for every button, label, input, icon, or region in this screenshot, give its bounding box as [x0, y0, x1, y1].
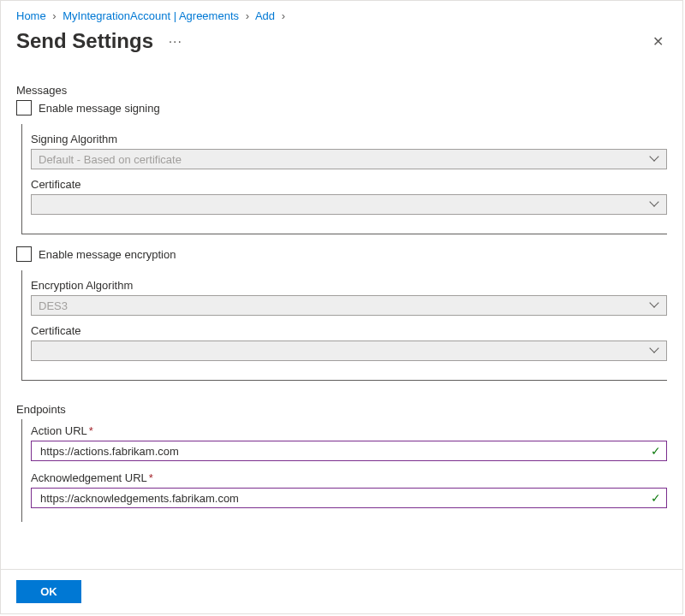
- chevron-down-icon: [651, 200, 659, 209]
- title-row: Send Settings ··· ✕: [1, 22, 682, 62]
- required-icon: *: [89, 424, 93, 437]
- endpoints-section-label: Endpoints: [16, 403, 667, 416]
- ack-url-label-text: Acknowledgement URL: [31, 471, 147, 484]
- close-icon[interactable]: ✕: [649, 30, 667, 53]
- checkmark-icon: ✓: [651, 444, 661, 458]
- breadcrumb-add[interactable]: Add: [255, 9, 275, 22]
- chevron-right-icon: ›: [52, 9, 56, 22]
- signing-algo-select[interactable]: Default - Based on certificate: [31, 149, 667, 169]
- chevron-down-icon: [651, 155, 659, 163]
- signing-algo-label: Signing Algorithm: [31, 133, 667, 145]
- checkmark-icon: ✓: [651, 491, 661, 505]
- content: Messages Enable message signing Signing …: [1, 62, 682, 569]
- more-icon[interactable]: ···: [169, 34, 182, 49]
- encryption-certificate-select[interactable]: [31, 341, 667, 361]
- footer: OK: [1, 569, 682, 613]
- chevron-down-icon: [651, 301, 659, 310]
- endpoints-group: Action URL* ✓ Acknowledgement URL* ✓: [21, 419, 667, 522]
- ack-url-field-wrap: ✓: [31, 488, 667, 508]
- action-url-label: Action URL*: [31, 424, 667, 437]
- ok-button[interactable]: OK: [16, 580, 81, 603]
- signing-certificate-label: Certificate: [31, 178, 667, 191]
- enable-signing-row: Enable message signing: [16, 100, 667, 116]
- enable-encryption-row: Enable message encryption: [16, 246, 667, 262]
- enable-signing-checkbox[interactable]: [16, 100, 32, 116]
- breadcrumb-home[interactable]: Home: [16, 9, 46, 22]
- messages-section-label: Messages: [16, 84, 667, 97]
- encryption-algo-select[interactable]: DES3: [31, 295, 667, 316]
- encryption-group: Encryption Algorithm DES3 Certificate: [21, 270, 667, 381]
- action-url-label-text: Action URL: [31, 424, 87, 437]
- encryption-algo-label: Encryption Algorithm: [31, 279, 667, 292]
- signing-certificate-select[interactable]: [31, 194, 667, 215]
- ack-url-input[interactable]: [39, 491, 644, 506]
- required-icon: *: [149, 471, 153, 484]
- page-title: Send Settings: [16, 29, 153, 52]
- ack-url-label: Acknowledgement URL*: [31, 471, 667, 484]
- enable-encryption-label: Enable message encryption: [39, 248, 176, 261]
- signing-algo-value: Default - Based on certificate: [39, 153, 182, 166]
- encryption-algo-value: DES3: [39, 299, 68, 312]
- chevron-down-icon: [651, 346, 659, 355]
- breadcrumb-account[interactable]: MyIntegrationAccount | Agreements: [63, 9, 239, 22]
- breadcrumb: Home › MyIntegrationAccount | Agreements…: [1, 1, 682, 22]
- enable-signing-label: Enable message signing: [39, 102, 160, 115]
- signing-group: Signing Algorithm Default - Based on cer…: [21, 124, 667, 234]
- action-url-input[interactable]: [39, 444, 644, 459]
- chevron-right-icon: ›: [246, 9, 249, 22]
- enable-encryption-checkbox[interactable]: [16, 246, 32, 262]
- chevron-right-icon: ›: [282, 9, 285, 22]
- encryption-certificate-label: Certificate: [31, 324, 667, 337]
- panel: Home › MyIntegrationAccount | Agreements…: [0, 0, 683, 614]
- action-url-field-wrap: ✓: [31, 441, 667, 461]
- title-wrap: Send Settings ···: [16, 29, 182, 53]
